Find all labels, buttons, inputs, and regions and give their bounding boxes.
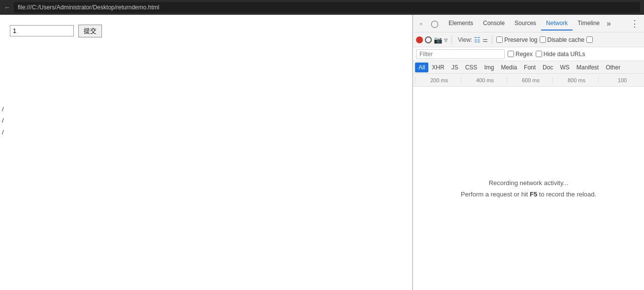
- type-tab-img[interactable]: Img: [481, 63, 497, 72]
- recording-status-text: Recording network activity...: [489, 179, 569, 187]
- tab-elements[interactable]: Elements: [444, 17, 478, 31]
- recording-hint-suffix: to record the reload.: [537, 191, 596, 198]
- filter-input[interactable]: [416, 49, 505, 59]
- devtools-panel: ▫ ◯ Elements Console Sources Network Tim…: [413, 15, 644, 290]
- regex-text: Regex: [515, 51, 533, 58]
- submit-button[interactable]: 提交: [78, 25, 102, 37]
- tick-200ms: 200 ms: [415, 77, 461, 83]
- type-tab-other[interactable]: Other: [602, 63, 624, 72]
- stop-button[interactable]: [425, 36, 432, 43]
- url-bar[interactable]: [14, 2, 640, 13]
- type-tab-js[interactable]: JS: [448, 63, 462, 72]
- tick-800ms: 800 ms: [552, 77, 598, 83]
- type-tab-media[interactable]: Media: [497, 63, 520, 72]
- device-icon[interactable]: ◯: [429, 18, 441, 30]
- disable-cache-checkbox[interactable]: [540, 36, 546, 43]
- view-label: View:: [458, 36, 472, 43]
- hide-data-urls-label[interactable]: Hide data URLs: [536, 51, 585, 58]
- view-filter-icon[interactable]: ⚌: [483, 36, 488, 43]
- page-text-output: / / /: [0, 103, 4, 138]
- recording-hint-prefix: Perform a request or hit: [461, 191, 530, 198]
- tab-timeline[interactable]: Timeline: [573, 17, 605, 31]
- filter-bar: Regex Hide data URLs: [413, 47, 644, 61]
- devtools-controls-bar: 📷 ▿ View: ☷ ⚌ Preserve log Disable cache: [413, 32, 644, 47]
- regex-checkbox[interactable]: [508, 51, 514, 57]
- separator-2: [492, 35, 492, 44]
- type-tab-manifest[interactable]: Manifest: [573, 63, 602, 72]
- preserve-log-checkbox[interactable]: [496, 36, 503, 43]
- regex-label[interactable]: Regex: [508, 51, 533, 58]
- devtools-icon-group: ▫ ◯: [415, 18, 441, 30]
- disable-cache-text: Disable cache: [547, 36, 584, 43]
- page-input[interactable]: [10, 25, 74, 36]
- tab-network[interactable]: Network: [541, 17, 573, 31]
- type-tab-css[interactable]: CSS: [462, 63, 481, 72]
- text-line-2: /: [2, 115, 4, 126]
- browser-chrome: ←: [0, 0, 644, 15]
- view-grid-icon[interactable]: ☷: [474, 36, 481, 44]
- type-tab-font[interactable]: Font: [520, 63, 539, 72]
- disable-cache-label[interactable]: Disable cache: [540, 36, 584, 43]
- offline-label[interactable]: [586, 36, 593, 43]
- back-button[interactable]: ←: [4, 3, 11, 11]
- offline-checkbox[interactable]: [586, 36, 593, 43]
- separator-1: [451, 35, 452, 44]
- record-button[interactable]: [416, 36, 423, 43]
- tab-sources[interactable]: Sources: [510, 17, 541, 31]
- more-tabs-icon[interactable]: »: [605, 19, 613, 28]
- page-form: 提交: [0, 15, 412, 47]
- devtools-menu-icon[interactable]: ⋮: [627, 18, 642, 29]
- tab-console[interactable]: Console: [478, 17, 510, 31]
- text-line-3: /: [2, 127, 4, 138]
- inspect-icon[interactable]: ▫: [415, 18, 427, 30]
- hide-data-urls-checkbox[interactable]: [536, 51, 542, 57]
- type-tab-ws[interactable]: WS: [556, 63, 573, 72]
- filter-icon[interactable]: ▿: [444, 36, 448, 44]
- preserve-log-text: Preserve log: [504, 36, 537, 43]
- tick-400ms: 400 ms: [461, 77, 507, 83]
- preserve-log-label[interactable]: Preserve log: [496, 36, 537, 43]
- timeline-header: 200 ms 400 ms 600 ms 800 ms 100: [413, 74, 644, 87]
- camera-icon[interactable]: 📷: [434, 36, 442, 44]
- type-tabs-bar: All XHR JS CSS Img Media Font Doc WS Man…: [413, 61, 644, 74]
- type-tab-all[interactable]: All: [415, 63, 428, 72]
- recording-hint-key: F5: [530, 191, 537, 198]
- text-line-1: /: [2, 103, 4, 115]
- devtools-tab-bar: ▫ ◯ Elements Console Sources Network Tim…: [413, 15, 644, 32]
- type-tab-doc[interactable]: Doc: [539, 63, 556, 72]
- recording-hint: Perform a request or hit F5 to record th…: [461, 191, 596, 198]
- tick-1000ms: 100: [598, 77, 644, 83]
- main-area: 提交 / / / ▫ ◯ Elements Console Sources Ne…: [0, 15, 644, 290]
- type-tab-xhr[interactable]: XHR: [428, 63, 448, 72]
- tick-600ms: 600 ms: [507, 77, 552, 83]
- network-content-area: Recording network activity... Perform a …: [413, 87, 644, 290]
- page-content: 提交 / / /: [0, 15, 413, 290]
- hide-data-urls-text: Hide data URLs: [544, 51, 585, 58]
